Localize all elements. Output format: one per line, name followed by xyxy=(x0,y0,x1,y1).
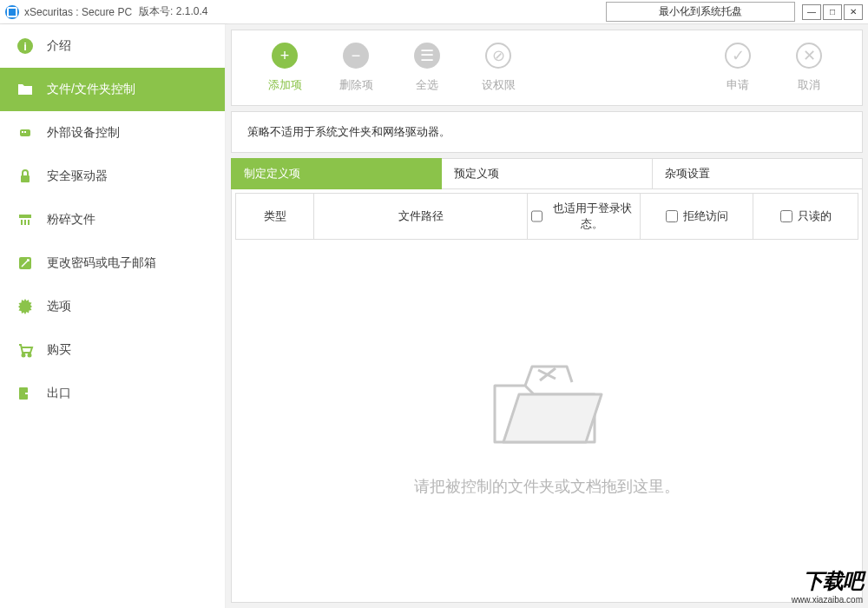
cart-icon xyxy=(16,340,35,360)
svg-rect-7 xyxy=(21,220,23,225)
list-icon: ☰ xyxy=(414,43,440,69)
shred-icon xyxy=(16,210,35,229)
tab-preset[interactable]: 预定义项 xyxy=(442,158,652,189)
remove-item-button[interactable]: − 删除项 xyxy=(320,43,391,93)
col-type: 类型 xyxy=(236,194,314,239)
apply-button[interactable]: ✓ 申请 xyxy=(702,43,773,93)
sidebar-item-options[interactable]: 选项 xyxy=(0,285,225,328)
sidebar-item-label: 介绍 xyxy=(47,38,71,54)
toolbar: + 添加项 − 删除项 ☰ 全选 ⊘ 设权限 ✓ 申请 ✕ 取消 xyxy=(231,30,863,106)
watermark: 下载吧 www.xiazaiba.com xyxy=(792,567,863,605)
svg-rect-9 xyxy=(28,220,30,225)
sidebar-item-exit[interactable]: 出口 xyxy=(0,372,225,415)
close-button[interactable]: ✕ xyxy=(844,4,863,20)
sidebar-item-change-password[interactable]: 更改密码或电子邮箱 xyxy=(0,241,225,285)
sidebar-item-label: 更改密码或电子邮箱 xyxy=(47,255,156,271)
minimize-button[interactable]: — xyxy=(802,4,821,20)
app-title: xSecuritas : Secure PC xyxy=(24,6,132,18)
x-icon: ✕ xyxy=(796,43,822,69)
sidebar-item-intro[interactable]: i 介绍 xyxy=(0,24,225,68)
svg-text:i: i xyxy=(23,40,27,53)
add-item-button[interactable]: + 添加项 xyxy=(249,43,320,93)
sidebar-item-label: 购买 xyxy=(47,342,71,358)
sidebar-item-file-folder-control[interactable]: 文件/文件夹控制 xyxy=(0,68,225,111)
tab-custom[interactable]: 制定定义项 xyxy=(231,158,442,189)
usb-icon xyxy=(16,123,35,142)
minus-icon: − xyxy=(343,43,369,69)
svg-rect-4 xyxy=(24,131,26,133)
content-area: + 添加项 − 删除项 ☰ 全选 ⊘ 设权限 ✓ 申请 ✕ 取消 xyxy=(226,24,868,608)
sidebar-item-label: 选项 xyxy=(47,299,71,314)
sidebar: i 介绍 文件/文件夹控制 外部设备控制 安全驱动器 粉碎文件 更改密码或电子邮… xyxy=(0,24,226,608)
sidebar-item-label: 安全驱动器 xyxy=(47,169,108,184)
key-icon xyxy=(16,254,35,273)
sidebar-item-label: 外部设备控制 xyxy=(47,125,120,141)
svg-rect-8 xyxy=(24,220,26,225)
col-path: 文件路径 xyxy=(314,194,528,239)
maximize-button[interactable]: □ xyxy=(823,4,842,20)
exit-icon xyxy=(16,384,35,403)
permissions-button[interactable]: ⊘ 设权限 xyxy=(463,43,534,93)
tabs: 制定定义项 预定义项 杂项设置 xyxy=(231,158,863,189)
plus-icon: + xyxy=(272,43,298,69)
svg-rect-5 xyxy=(21,175,30,182)
policy-notice: 策略不适用于系统文件夹和网络驱动器。 xyxy=(231,111,863,153)
sidebar-item-label: 出口 xyxy=(47,386,71,401)
sidebar-item-external-device[interactable]: 外部设备控制 xyxy=(0,111,225,155)
empty-drop-zone[interactable]: 请把被控制的文件夹或文档拖到这里。 xyxy=(235,240,858,598)
check-icon: ✓ xyxy=(725,43,751,69)
app-icon xyxy=(5,5,19,19)
folder-icon xyxy=(16,80,35,99)
login-checkbox[interactable] xyxy=(531,210,542,222)
titlebar: xSecuritas : Secure PC 版本号: 2.1.0.4 最小化到… xyxy=(0,0,868,24)
col-readonly: 只读的 xyxy=(753,194,858,239)
sidebar-item-label: 文件/文件夹控制 xyxy=(47,82,135,97)
table-container: 类型 文件路径 也适用于登录状态。 拒绝访问 只读的 请把被控制的文件夹或文档拖… xyxy=(231,189,863,603)
info-icon: i xyxy=(16,36,35,56)
lock-icon xyxy=(16,167,35,186)
deny-checkbox[interactable] xyxy=(666,210,678,222)
gear-icon xyxy=(16,297,35,316)
svg-rect-3 xyxy=(22,131,23,133)
select-all-button[interactable]: ☰ 全选 xyxy=(391,43,463,93)
block-icon: ⊘ xyxy=(485,43,511,69)
cancel-button[interactable]: ✕ 取消 xyxy=(773,43,845,93)
sidebar-item-secure-drive[interactable]: 安全驱动器 xyxy=(0,155,225,198)
readonly-checkbox[interactable] xyxy=(780,210,792,222)
version-label: 版本号: 2.1.0.4 xyxy=(139,4,207,19)
sidebar-item-buy[interactable]: 购买 xyxy=(0,328,225,372)
col-deny: 拒绝访问 xyxy=(641,194,753,239)
tab-misc[interactable]: 杂项设置 xyxy=(653,158,863,189)
col-login: 也适用于登录状态。 xyxy=(528,194,641,239)
empty-text: 请把被控制的文件夹或文档拖到这里。 xyxy=(414,476,680,497)
svg-point-12 xyxy=(23,354,25,357)
sidebar-item-label: 粉碎文件 xyxy=(47,212,95,228)
minimize-to-tray-button[interactable]: 最小化到系统托盘 xyxy=(606,2,795,22)
table-header: 类型 文件路径 也适用于登录状态。 拒绝访问 只读的 xyxy=(235,193,858,240)
sidebar-item-shred[interactable]: 粉碎文件 xyxy=(0,198,225,241)
svg-rect-6 xyxy=(19,215,31,218)
empty-folder-icon xyxy=(477,342,616,455)
svg-point-13 xyxy=(29,354,31,357)
